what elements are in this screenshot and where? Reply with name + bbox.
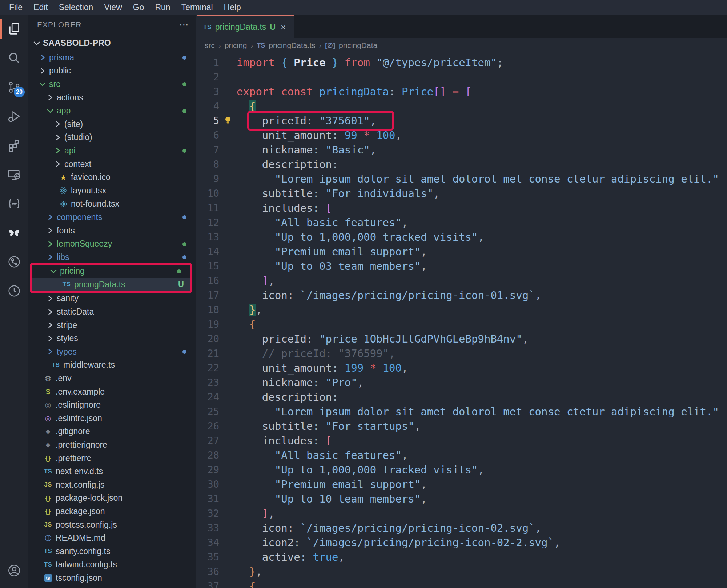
breadcrumb-item[interactable]: pricingData [339, 41, 377, 50]
code-line[interactable]: 26 subtitle: "For startups", [197, 419, 727, 433]
menu-view[interactable]: View [99, 0, 127, 15]
account-icon[interactable] [0, 556, 28, 585]
tree-folder-lemonsqueezy[interactable]: lemonSqueezy [28, 237, 196, 251]
code-line[interactable]: 33 icon: `/images/pricing/pricing-icon-0… [197, 521, 727, 535]
code-line[interactable]: 29 "Up to 1,000,000 tracked visits", [197, 463, 727, 477]
tree-folder-styles[interactable]: styles [28, 332, 196, 345]
menu-terminal[interactable]: Terminal [176, 0, 218, 15]
menu-go[interactable]: Go [128, 0, 150, 15]
more-actions-icon[interactable]: ⋯ [179, 19, 189, 31]
code-line[interactable]: 12 "All basic features", [197, 215, 727, 230]
run-debug-icon[interactable] [0, 102, 28, 131]
code-line[interactable]: 18 }, [197, 303, 727, 317]
breadcrumb-item[interactable]: pricingData.ts [269, 41, 315, 50]
tree-folder-actions[interactable]: actions [28, 91, 196, 104]
tree-folder-prisma[interactable]: prisma [28, 51, 196, 64]
tree-file-layout-tsx[interactable]: layout.tsx [28, 184, 196, 197]
breadcrumb-item[interactable]: pricing [225, 41, 247, 50]
tree-folder-types[interactable]: types [28, 345, 196, 359]
source-control-icon[interactable]: 20 [0, 73, 28, 102]
tree-file--env-example[interactable]: $.env.example [28, 385, 196, 399]
code-line[interactable]: 8 description: [197, 157, 727, 172]
tree-folder-components[interactable]: components [28, 211, 196, 224]
tree-folder-api[interactable]: api [28, 144, 196, 157]
search-icon[interactable] [0, 44, 28, 73]
tab-pricingdata[interactable]: TS pricingData.ts U × [197, 15, 294, 38]
tree-file--gitignore[interactable]: ◆.gitignore [28, 425, 196, 439]
code-line[interactable]: 30 "Premium email support", [197, 477, 727, 492]
workspace-root-folder[interactable]: SAASBOLD-PRO [28, 35, 196, 51]
tree-file-not-found-tsx[interactable]: not-found.tsx [28, 197, 196, 211]
code-line[interactable]: 27 includes: [ [197, 433, 727, 448]
tree-folder-fonts[interactable]: fonts [28, 224, 196, 237]
tree-folder-src[interactable]: src [28, 77, 196, 91]
tree-file-tsconfig-json[interactable]: tstsconfig.json [28, 571, 196, 585]
menu-run[interactable]: Run [149, 0, 176, 15]
menu-selection[interactable]: Selection [53, 0, 99, 15]
tree-file-tailwind-config-ts[interactable]: TStailwind.config.ts [28, 558, 196, 572]
close-icon[interactable]: × [281, 22, 286, 32]
code-line[interactable]: 7 nickname: "Basic", [197, 143, 727, 157]
code-line[interactable]: 16 ], [197, 273, 727, 288]
tree-file-postcss-config-js[interactable]: JSpostcss.config.js [28, 518, 196, 532]
tree-folder-pricing[interactable]: pricing [32, 265, 190, 278]
live-preview-icon[interactable] [0, 160, 28, 189]
code-line[interactable]: 17 icon: `/images/pricing/pricing-icon-0… [197, 288, 727, 303]
tree-file--eslintignore[interactable]: ◎.eslintignore [28, 398, 196, 412]
code-line[interactable]: 21 // priceId: "376599", [197, 346, 727, 361]
tree-folder--site-[interactable]: (site) [28, 117, 196, 131]
menu-file[interactable]: File [4, 0, 28, 15]
tree-folder-app[interactable]: app [28, 104, 196, 117]
code-line[interactable]: 19 { [197, 317, 727, 332]
code-line[interactable]: 28 "All basic features", [197, 448, 727, 463]
code-line[interactable]: 37 { [197, 579, 727, 588]
tree-file--prettierignore[interactable]: ◆.prettierignore [28, 438, 196, 452]
code-line[interactable]: 20 priceId: "price_1ObHcJLtGdPVhGLeBp9hB… [197, 332, 727, 346]
code-line[interactable]: 11 includes: [ [197, 201, 727, 215]
code-line[interactable]: 22 unit_amount: 199 * 100, [197, 361, 727, 375]
code-line[interactable]: 2 [197, 70, 727, 84]
code-line[interactable]: 3export const pricingData: Price[] = [ [197, 84, 727, 99]
code-line[interactable]: 32 ], [197, 506, 727, 521]
code-line[interactable]: 35 active: true, [197, 550, 727, 564]
breadcrumb-item[interactable]: src [205, 41, 215, 50]
tree-folder-libs[interactable]: libs [28, 251, 196, 264]
code-line[interactable]: 23 nickname: "Pro", [197, 375, 727, 390]
tree-file--env[interactable]: ⚙.env [28, 372, 196, 385]
code-line[interactable]: 10 subtitle: "For individuals", [197, 186, 727, 201]
tree-folder-staticdata[interactable]: staticData [28, 305, 196, 319]
code-line[interactable]: 1import { Price } from "@/types/priceIte… [197, 55, 727, 70]
menu-help[interactable]: Help [218, 0, 246, 15]
tree-file-next-env-d-ts[interactable]: TSnext-env.d.ts [28, 465, 196, 478]
code-line[interactable]: 34 icon2: `/images/pricing/pricing-icon-… [197, 535, 727, 550]
explorer-icon[interactable] [0, 15, 28, 44]
tree-file-package-json[interactable]: {}package.json [28, 505, 196, 518]
tree-file-favicon-ico[interactable]: ★favicon.ico [28, 171, 196, 184]
code-line[interactable]: 24 description: [197, 390, 727, 404]
tree-folder-context[interactable]: context [28, 157, 196, 171]
code-line[interactable]: 31 "Up to 10 team members", [197, 492, 727, 506]
tree-folder-public[interactable]: public [28, 64, 196, 78]
tree-file-package-lock-json[interactable]: {}package-lock.json [28, 492, 196, 505]
code-line[interactable]: 15 "Up to 03 team members", [197, 259, 727, 273]
code-line[interactable]: 13 "Up to 1,000,000 tracked visits", [197, 230, 727, 244]
tree-file-middleware-ts[interactable]: TSmiddleware.ts [28, 359, 196, 372]
extensions-icon[interactable] [0, 131, 28, 160]
circle-history-icon[interactable] [0, 276, 28, 305]
tree-folder--studio-[interactable]: (studio) [28, 131, 196, 144]
tree-file--prettierrc[interactable]: {}.prettierrc [28, 452, 196, 465]
menu-edit[interactable]: Edit [28, 0, 53, 15]
tree-folder-stripe[interactable]: stripe [28, 319, 196, 332]
braces-extension-icon[interactable] [0, 189, 28, 218]
tree-file-sanity-config-ts[interactable]: TSsanity.config.ts [28, 545, 196, 558]
tree-folder-sanity[interactable]: sanity [28, 292, 196, 305]
tree-file--eslintrc-json[interactable]: ◎.eslintrc.json [28, 412, 196, 425]
butterfly-extension-icon[interactable] [0, 218, 28, 247]
code-line[interactable]: 36 }, [197, 564, 727, 579]
tree-file-next-config-js[interactable]: JSnext.config.js [28, 478, 196, 492]
tree-file-pricingdata-ts[interactable]: TSpricingData.tsU [32, 278, 190, 291]
code-editor[interactable]: 1import { Price } from "@/types/priceIte… [197, 53, 727, 588]
code-line[interactable]: 9 "Lorem ipsum dolor sit amet dolorol me… [197, 172, 727, 186]
tree-file-readme-md[interactable]: README.md [28, 531, 196, 545]
code-line[interactable]: 14 "Premium email support", [197, 244, 727, 259]
